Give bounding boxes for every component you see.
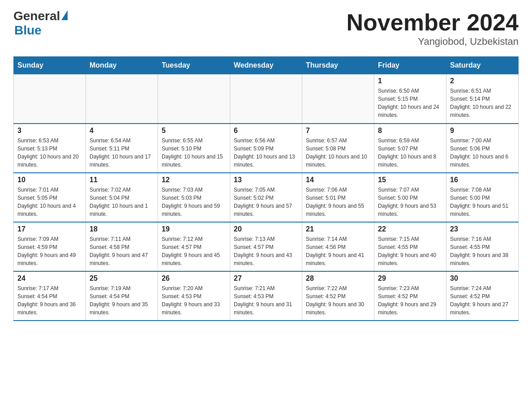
day-info: Sunrise: 7:14 AMSunset: 4:56 PMDaylight:… [306,235,370,267]
calendar-cell [302,74,374,124]
day-info: Sunrise: 7:08 AMSunset: 5:00 PMDaylight:… [450,186,515,218]
day-info: Sunrise: 7:24 AMSunset: 4:52 PMDaylight:… [450,284,515,317]
day-info: Sunrise: 7:02 AMSunset: 5:04 PMDaylight:… [90,186,154,218]
day-info: Sunrise: 7:12 AMSunset: 4:57 PMDaylight:… [162,235,226,267]
weekday-header-wednesday: Wednesday [230,57,302,74]
weekday-header-friday: Friday [374,57,446,74]
day-number: 20 [234,225,298,233]
day-info: Sunrise: 6:55 AMSunset: 5:10 PMDaylight:… [162,137,226,169]
day-info: Sunrise: 7:23 AMSunset: 4:52 PMDaylight:… [378,284,442,317]
day-number: 23 [450,225,515,233]
calendar-cell: 28Sunrise: 7:22 AMSunset: 4:52 PMDayligh… [302,271,374,321]
day-info: Sunrise: 6:57 AMSunset: 5:08 PMDaylight:… [306,137,370,169]
logo: General Blue [13,9,68,38]
weekday-header-sunday: Sunday [14,57,86,74]
week-row-3: 10Sunrise: 7:01 AMSunset: 5:05 PMDayligh… [14,173,519,222]
calendar-cell: 9Sunrise: 7:00 AMSunset: 5:06 PMDaylight… [446,124,519,173]
day-info: Sunrise: 7:19 AMSunset: 4:54 PMDaylight:… [90,284,154,317]
day-info: Sunrise: 7:00 AMSunset: 5:06 PMDaylight:… [450,137,515,169]
calendar-cell: 15Sunrise: 7:07 AMSunset: 5:00 PMDayligh… [374,173,446,222]
logo-blue-text: Blue [14,23,42,38]
day-info: Sunrise: 6:54 AMSunset: 5:11 PMDaylight:… [90,137,154,169]
logo-general-text: General [13,9,60,23]
calendar-cell: 20Sunrise: 7:13 AMSunset: 4:57 PMDayligh… [230,222,302,271]
day-number: 14 [306,176,370,184]
calendar-table: SundayMondayTuesdayWednesdayThursdayFrid… [13,56,519,321]
day-info: Sunrise: 7:05 AMSunset: 5:02 PMDaylight:… [234,186,298,218]
weekday-header-row: SundayMondayTuesdayWednesdayThursdayFrid… [14,57,519,74]
calendar-cell: 30Sunrise: 7:24 AMSunset: 4:52 PMDayligh… [446,271,519,321]
day-number: 24 [17,274,82,283]
calendar-cell: 26Sunrise: 7:20 AMSunset: 4:53 PMDayligh… [158,271,230,321]
day-number: 30 [450,274,515,283]
calendar-cell: 14Sunrise: 7:06 AMSunset: 5:01 PMDayligh… [302,173,374,222]
day-number: 25 [90,274,154,283]
weekday-header-saturday: Saturday [446,57,519,74]
day-info: Sunrise: 7:03 AMSunset: 5:03 PMDaylight:… [162,186,226,218]
day-info: Sunrise: 7:09 AMSunset: 4:59 PMDaylight:… [17,235,82,267]
day-number: 1 [378,77,442,85]
calendar-cell: 16Sunrise: 7:08 AMSunset: 5:00 PMDayligh… [446,173,519,222]
day-info: Sunrise: 7:11 AMSunset: 4:58 PMDaylight:… [90,235,154,267]
day-info: Sunrise: 6:51 AMSunset: 5:14 PMDaylight:… [450,87,515,119]
calendar-cell: 13Sunrise: 7:05 AMSunset: 5:02 PMDayligh… [230,173,302,222]
day-info: Sunrise: 7:15 AMSunset: 4:55 PMDaylight:… [378,235,442,267]
day-info: Sunrise: 7:21 AMSunset: 4:53 PMDaylight:… [234,284,298,317]
calendar-cell: 21Sunrise: 7:14 AMSunset: 4:56 PMDayligh… [302,222,374,271]
location-text: Yangiobod, Uzbekistan [347,36,519,47]
calendar-cell: 4Sunrise: 6:54 AMSunset: 5:11 PMDaylight… [86,124,158,173]
week-row-1: 1Sunrise: 6:50 AMSunset: 5:15 PMDaylight… [14,74,519,124]
page-header: General Blue November 2024 Yangiobod, Uz… [13,9,519,47]
title-section: November 2024 Yangiobod, Uzbekistan [347,9,519,47]
calendar-cell [158,74,230,124]
week-row-2: 3Sunrise: 6:53 AMSunset: 5:13 PMDaylight… [14,124,519,173]
calendar-cell: 18Sunrise: 7:11 AMSunset: 4:58 PMDayligh… [86,222,158,271]
day-number: 18 [90,225,154,233]
day-number: 27 [234,274,298,283]
day-number: 22 [378,225,442,233]
day-number: 5 [162,127,226,135]
day-info: Sunrise: 7:22 AMSunset: 4:52 PMDaylight:… [306,284,370,317]
day-number: 8 [378,127,442,135]
day-info: Sunrise: 6:53 AMSunset: 5:13 PMDaylight:… [17,137,82,169]
calendar-cell: 17Sunrise: 7:09 AMSunset: 4:59 PMDayligh… [14,222,86,271]
weekday-header-monday: Monday [86,57,158,74]
calendar-cell: 23Sunrise: 7:16 AMSunset: 4:55 PMDayligh… [446,222,519,271]
day-number: 29 [378,274,442,283]
calendar-cell: 1Sunrise: 6:50 AMSunset: 5:15 PMDaylight… [374,74,446,124]
day-number: 26 [162,274,226,283]
calendar-cell: 7Sunrise: 6:57 AMSunset: 5:08 PMDaylight… [302,124,374,173]
calendar-cell: 22Sunrise: 7:15 AMSunset: 4:55 PMDayligh… [374,222,446,271]
calendar-cell [86,74,158,124]
day-number: 11 [90,176,154,184]
day-info: Sunrise: 7:16 AMSunset: 4:55 PMDaylight:… [450,235,515,267]
day-number: 2 [450,77,515,85]
logo-triangle-icon [61,10,68,20]
day-number: 15 [378,176,442,184]
calendar-cell: 27Sunrise: 7:21 AMSunset: 4:53 PMDayligh… [230,271,302,321]
calendar-cell [230,74,302,124]
day-info: Sunrise: 6:50 AMSunset: 5:15 PMDaylight:… [378,87,442,119]
day-number: 17 [17,225,82,233]
calendar-cell: 11Sunrise: 7:02 AMSunset: 5:04 PMDayligh… [86,173,158,222]
day-number: 3 [17,127,82,135]
day-number: 10 [17,176,82,184]
day-number: 12 [162,176,226,184]
day-info: Sunrise: 7:17 AMSunset: 4:54 PMDaylight:… [17,284,82,317]
calendar-cell: 3Sunrise: 6:53 AMSunset: 5:13 PMDaylight… [14,124,86,173]
day-info: Sunrise: 7:06 AMSunset: 5:01 PMDaylight:… [306,186,370,218]
week-row-4: 17Sunrise: 7:09 AMSunset: 4:59 PMDayligh… [14,222,519,271]
weekday-header-tuesday: Tuesday [158,57,230,74]
day-info: Sunrise: 6:59 AMSunset: 5:07 PMDaylight:… [378,137,442,169]
day-number: 28 [306,274,370,283]
day-number: 9 [450,127,515,135]
calendar-cell: 8Sunrise: 6:59 AMSunset: 5:07 PMDaylight… [374,124,446,173]
calendar-cell: 19Sunrise: 7:12 AMSunset: 4:57 PMDayligh… [158,222,230,271]
calendar-cell: 29Sunrise: 7:23 AMSunset: 4:52 PMDayligh… [374,271,446,321]
day-number: 16 [450,176,515,184]
day-number: 19 [162,225,226,233]
calendar-cell: 5Sunrise: 6:55 AMSunset: 5:10 PMDaylight… [158,124,230,173]
calendar-cell: 12Sunrise: 7:03 AMSunset: 5:03 PMDayligh… [158,173,230,222]
day-number: 4 [90,127,154,135]
day-info: Sunrise: 7:13 AMSunset: 4:57 PMDaylight:… [234,235,298,267]
